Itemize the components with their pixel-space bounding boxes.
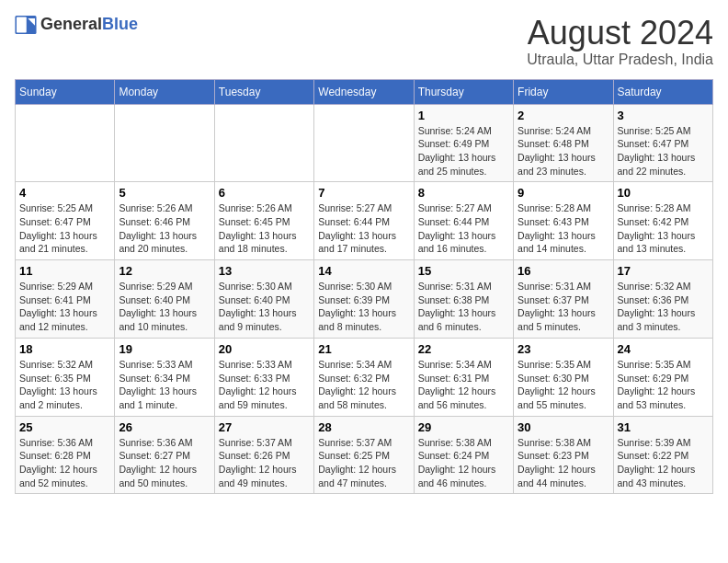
day-number: 21 (318, 342, 409, 356)
calendar-cell: 24Sunrise: 5:35 AM Sunset: 6:29 PM Dayli… (613, 338, 712, 416)
calendar-cell: 5Sunrise: 5:26 AM Sunset: 6:46 PM Daylig… (115, 182, 214, 260)
day-number: 18 (19, 342, 110, 356)
calendar-cell: 9Sunrise: 5:28 AM Sunset: 6:43 PM Daylig… (514, 182, 613, 260)
calendar-cell: 22Sunrise: 5:34 AM Sunset: 6:31 PM Dayli… (414, 338, 513, 416)
day-info: Sunrise: 5:35 AM Sunset: 6:29 PM Dayligh… (618, 358, 709, 412)
day-info: Sunrise: 5:31 AM Sunset: 6:37 PM Dayligh… (518, 280, 609, 334)
day-number: 10 (618, 186, 709, 200)
day-number: 17 (618, 264, 709, 278)
logo-text: GeneralBlue (40, 15, 138, 34)
calendar-cell: 4Sunrise: 5:25 AM Sunset: 6:47 PM Daylig… (16, 182, 115, 260)
calendar-table: SundayMondayTuesdayWednesdayThursdayFrid… (15, 79, 713, 495)
calendar-cell: 20Sunrise: 5:33 AM Sunset: 6:33 PM Dayli… (214, 338, 313, 416)
day-number: 24 (618, 342, 709, 356)
calendar-cell (214, 104, 313, 182)
page-subtitle: Utraula, Uttar Pradesh, India (527, 52, 713, 68)
day-info: Sunrise: 5:39 AM Sunset: 6:22 PM Dayligh… (618, 436, 709, 490)
calendar-cell: 16Sunrise: 5:31 AM Sunset: 6:37 PM Dayli… (514, 260, 613, 339)
calendar-cell: 8Sunrise: 5:27 AM Sunset: 6:44 PM Daylig… (414, 182, 513, 260)
title-area: August 2024 Utraula, Uttar Pradesh, Indi… (527, 15, 713, 68)
calendar-cell: 3Sunrise: 5:25 AM Sunset: 6:47 PM Daylig… (613, 104, 712, 182)
calendar-cell: 19Sunrise: 5:33 AM Sunset: 6:34 PM Dayli… (115, 338, 214, 416)
logo: GeneralBlue (15, 15, 138, 34)
calendar-cell: 12Sunrise: 5:29 AM Sunset: 6:40 PM Dayli… (115, 260, 214, 339)
weekday-header-wednesday: Wednesday (314, 79, 414, 104)
weekday-header-thursday: Thursday (414, 79, 513, 104)
calendar-cell: 27Sunrise: 5:37 AM Sunset: 6:26 PM Dayli… (214, 416, 313, 494)
calendar-cell: 14Sunrise: 5:30 AM Sunset: 6:39 PM Dayli… (314, 260, 414, 339)
logo-icon (15, 16, 37, 34)
calendar-cell: 13Sunrise: 5:30 AM Sunset: 6:40 PM Dayli… (214, 260, 313, 339)
day-info: Sunrise: 5:33 AM Sunset: 6:33 PM Dayligh… (219, 358, 310, 412)
calendar-cell: 2Sunrise: 5:24 AM Sunset: 6:48 PM Daylig… (514, 104, 613, 182)
day-info: Sunrise: 5:24 AM Sunset: 6:48 PM Dayligh… (518, 124, 609, 178)
day-info: Sunrise: 5:34 AM Sunset: 6:31 PM Dayligh… (418, 358, 509, 412)
calendar-cell: 18Sunrise: 5:32 AM Sunset: 6:35 PM Dayli… (16, 338, 115, 416)
day-number: 1 (418, 109, 509, 122)
weekday-header-friday: Friday (514, 79, 613, 104)
day-number: 5 (119, 186, 210, 200)
day-info: Sunrise: 5:26 AM Sunset: 6:46 PM Dayligh… (119, 201, 210, 256)
calendar-cell: 31Sunrise: 5:39 AM Sunset: 6:22 PM Dayli… (613, 416, 712, 494)
page-title: August 2024 (527, 15, 713, 52)
day-number: 2 (518, 109, 609, 122)
day-info: Sunrise: 5:26 AM Sunset: 6:45 PM Dayligh… (219, 201, 310, 256)
day-number: 20 (219, 342, 310, 356)
day-number: 11 (19, 264, 110, 278)
calendar-cell: 23Sunrise: 5:35 AM Sunset: 6:30 PM Dayli… (514, 338, 613, 416)
day-info: Sunrise: 5:34 AM Sunset: 6:32 PM Dayligh… (318, 358, 409, 412)
day-number: 16 (518, 264, 609, 278)
day-info: Sunrise: 5:35 AM Sunset: 6:30 PM Dayligh… (518, 358, 609, 412)
day-info: Sunrise: 5:29 AM Sunset: 6:40 PM Dayligh… (119, 280, 210, 334)
day-info: Sunrise: 5:37 AM Sunset: 6:25 PM Dayligh… (318, 436, 409, 490)
day-number: 28 (318, 420, 409, 434)
day-number: 14 (318, 264, 409, 278)
calendar-cell: 21Sunrise: 5:34 AM Sunset: 6:32 PM Dayli… (314, 338, 414, 416)
day-number: 29 (418, 420, 509, 434)
day-number: 23 (518, 342, 609, 356)
day-number: 26 (119, 420, 210, 434)
day-number: 25 (19, 420, 110, 434)
day-info: Sunrise: 5:25 AM Sunset: 6:47 PM Dayligh… (618, 124, 709, 178)
day-info: Sunrise: 5:38 AM Sunset: 6:24 PM Dayligh… (418, 436, 509, 490)
day-info: Sunrise: 5:32 AM Sunset: 6:36 PM Dayligh… (618, 280, 709, 334)
day-number: 31 (618, 420, 709, 434)
day-info: Sunrise: 5:37 AM Sunset: 6:26 PM Dayligh… (219, 436, 310, 490)
day-info: Sunrise: 5:36 AM Sunset: 6:28 PM Dayligh… (19, 436, 110, 490)
day-info: Sunrise: 5:29 AM Sunset: 6:41 PM Dayligh… (19, 280, 110, 334)
day-number: 30 (518, 420, 609, 434)
day-number: 8 (418, 186, 509, 200)
svg-rect-2 (17, 17, 27, 32)
header: GeneralBlue August 2024 Utraula, Uttar P… (15, 15, 713, 68)
calendar-cell (16, 104, 115, 182)
day-info: Sunrise: 5:27 AM Sunset: 6:44 PM Dayligh… (418, 201, 509, 256)
day-info: Sunrise: 5:28 AM Sunset: 6:43 PM Dayligh… (518, 201, 609, 256)
calendar-cell: 26Sunrise: 5:36 AM Sunset: 6:27 PM Dayli… (115, 416, 214, 494)
calendar-cell: 17Sunrise: 5:32 AM Sunset: 6:36 PM Dayli… (613, 260, 712, 339)
day-number: 12 (119, 264, 210, 278)
day-info: Sunrise: 5:30 AM Sunset: 6:40 PM Dayligh… (219, 280, 310, 334)
calendar-cell: 29Sunrise: 5:38 AM Sunset: 6:24 PM Dayli… (414, 416, 513, 494)
calendar-cell: 1Sunrise: 5:24 AM Sunset: 6:49 PM Daylig… (414, 104, 513, 182)
day-number: 15 (418, 264, 509, 278)
day-info: Sunrise: 5:31 AM Sunset: 6:38 PM Dayligh… (418, 280, 509, 334)
day-info: Sunrise: 5:28 AM Sunset: 6:42 PM Dayligh… (618, 201, 709, 256)
day-info: Sunrise: 5:36 AM Sunset: 6:27 PM Dayligh… (119, 436, 210, 490)
day-number: 7 (318, 186, 409, 200)
day-number: 9 (518, 186, 609, 200)
calendar-cell (115, 104, 214, 182)
calendar-cell (314, 104, 414, 182)
calendar-cell: 7Sunrise: 5:27 AM Sunset: 6:44 PM Daylig… (314, 182, 414, 260)
day-number: 4 (19, 186, 110, 200)
weekday-header-monday: Monday (115, 79, 214, 104)
day-info: Sunrise: 5:30 AM Sunset: 6:39 PM Dayligh… (318, 280, 409, 334)
day-number: 19 (119, 342, 210, 356)
weekday-header-saturday: Saturday (613, 79, 712, 104)
calendar-cell: 10Sunrise: 5:28 AM Sunset: 6:42 PM Dayli… (613, 182, 712, 260)
calendar-cell: 6Sunrise: 5:26 AM Sunset: 6:45 PM Daylig… (214, 182, 313, 260)
day-info: Sunrise: 5:32 AM Sunset: 6:35 PM Dayligh… (19, 358, 110, 412)
calendar-cell: 15Sunrise: 5:31 AM Sunset: 6:38 PM Dayli… (414, 260, 513, 339)
day-info: Sunrise: 5:24 AM Sunset: 6:49 PM Dayligh… (418, 124, 509, 178)
weekday-header-sunday: Sunday (16, 79, 115, 104)
calendar-cell: 30Sunrise: 5:38 AM Sunset: 6:23 PM Dayli… (514, 416, 613, 494)
